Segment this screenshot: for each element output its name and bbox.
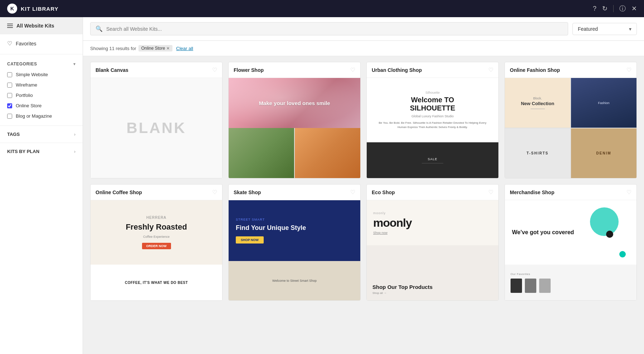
category-portfolio[interactable]: Portfolio	[0, 90, 83, 100]
category-blog-magazine[interactable]: Blog or Magazine	[0, 111, 83, 121]
search-input[interactable]	[106, 26, 563, 32]
kit-card-fashion-shop[interactable]: Online Fashion Shop ♡ Block. New Collect…	[504, 62, 637, 178]
app-header: K KIT LIBRARY ? ↻ ⓘ ✕	[0, 0, 644, 17]
toolbar: 🔍 Featured ▾	[83, 17, 644, 41]
merch-favorites-text: Our Favorites	[511, 272, 530, 276]
eco-bottom: Shop Our Top Products Shop all →	[367, 245, 498, 300]
coffee-subtitle-text: COFFEE, IT'S WHAT WE DO BEST	[125, 280, 188, 285]
heart-icon: ♡	[7, 40, 12, 47]
flower-preview: Make your loved ones smile	[229, 78, 360, 178]
blog-magazine-label: Blog or Magazine	[16, 113, 52, 119]
kit-card-urban-clothing[interactable]: Urban Clothing Shop ♡ Silhouette Welcome…	[366, 62, 499, 178]
tags-chevron: ›	[74, 132, 75, 137]
categories-header[interactable]: CATEGORIES ▾	[7, 62, 75, 67]
kits-by-plan-label: KITS BY PLAN	[7, 149, 39, 154]
kits-plan-chevron: ›	[74, 149, 75, 154]
app-logo: K	[7, 4, 17, 14]
fashion-cell-1: Block. New Collection	[505, 78, 570, 128]
hamburger-icon	[7, 24, 13, 28]
categories-chevron: ▾	[73, 62, 75, 67]
favorite-icon-flower[interactable]: ♡	[350, 67, 355, 73]
fashion-denim: DENIM	[596, 151, 611, 155]
merch-preview: We've got you covered Our Favorites	[505, 200, 636, 300]
wireframe-label: Wireframe	[16, 82, 37, 88]
all-kits-label: All Website Kits	[16, 23, 54, 29]
portfolio-checkbox[interactable]	[7, 93, 12, 98]
kit-title-skate: Skate Shop	[234, 190, 261, 195]
kits-by-plan-section[interactable]: KITS BY PLAN ›	[0, 144, 83, 158]
urban-welcome: Silhouette	[425, 91, 440, 94]
sidebar: All Website Kits ♡ Favorites CATEGORIES …	[0, 17, 83, 354]
sidebar-divider	[0, 54, 83, 54]
sort-dropdown[interactable]: Featured ▾	[572, 23, 637, 35]
skate-bottom: Welcome to Street Smart Shop	[229, 261, 360, 300]
kit-card-blank-canvas[interactable]: Blank Canvas ♡ BLANK	[90, 62, 223, 178]
urban-subtitle-text: Global Luxury Fashion Studio	[411, 114, 454, 118]
favorite-icon-blank[interactable]: ♡	[212, 67, 217, 73]
eco-preview: moonly moonly Shop now Shop Our Top Prod…	[367, 200, 498, 300]
search-box: 🔍	[90, 22, 568, 35]
favorite-icon-fashion[interactable]: ♡	[626, 67, 631, 73]
kit-card-header-coffee: Online Coffee Shop ♡	[91, 185, 222, 200]
favorite-icon-coffee[interactable]: ♡	[212, 189, 217, 196]
favorite-icon-skate[interactable]: ♡	[350, 189, 355, 196]
results-bar: Showing 11 results for Online Store ✕ Cl…	[83, 41, 644, 56]
close-icon[interactable]: ✕	[631, 5, 637, 13]
categories-section: CATEGORIES ▾	[0, 56, 83, 69]
sidebar-item-favorites[interactable]: ♡ Favorites	[0, 34, 83, 53]
flower-bottom	[229, 128, 360, 178]
favorite-icon-urban[interactable]: ♡	[488, 67, 493, 73]
categories-title: CATEGORIES	[7, 62, 37, 67]
clear-all-button[interactable]: Clear all	[176, 46, 193, 51]
kit-card-header-blank: Blank Canvas ♡	[91, 62, 222, 78]
kit-card-flower-shop[interactable]: Flower Shop ♡ Make your loved ones smile	[228, 62, 361, 178]
dropdown-arrow-icon: ▾	[629, 26, 631, 32]
skate-top: Street Smart Find Your Unique Style SHOP…	[229, 200, 360, 261]
help-icon[interactable]: ?	[593, 5, 596, 13]
simple-website-checkbox[interactable]	[7, 72, 12, 77]
sidebar-divider-2	[0, 126, 83, 126]
eco-top: moonly moonly Shop now	[367, 200, 498, 245]
kit-title-blank: Blank Canvas	[96, 67, 128, 73]
filter-tag[interactable]: Online Store ✕	[138, 45, 173, 51]
filter-tag-remove[interactable]: ✕	[166, 46, 170, 51]
favorite-icon-merch[interactable]: ♡	[626, 189, 631, 196]
skate-btn-text: SHOP NOW	[236, 236, 264, 244]
category-simple-website[interactable]: Simple Website	[0, 69, 83, 80]
coffee-title-text: Freshly Roasted	[126, 222, 187, 232]
header-divider	[613, 5, 614, 12]
urban-top: Silhouette Welcome TOSILHOUETTE Global L…	[367, 78, 498, 142]
portfolio-label: Portfolio	[16, 93, 33, 98]
info-icon[interactable]: ⓘ	[619, 4, 626, 13]
kit-card-merch-shop[interactable]: Merchandise Shop ♡ We've got you covered…	[504, 184, 637, 301]
flower-bottom-img1	[229, 128, 294, 178]
app-title: KIT LIBRARY	[21, 6, 58, 12]
kit-card-coffee-shop[interactable]: Online Coffee Shop ♡ HERRERA Freshly Roa…	[90, 184, 223, 301]
refresh-icon[interactable]: ↻	[602, 5, 608, 13]
kit-title-coffee: Online Coffee Shop	[96, 190, 142, 195]
kit-title-fashion: Online Fashion Shop	[510, 67, 560, 73]
fashion-cell-3: T-SHIRTS	[505, 128, 570, 178]
kit-card-eco-shop[interactable]: Eco Shop ♡ moonly moonly Shop now Shop O…	[366, 184, 499, 301]
kit-card-header-skate: Skate Shop ♡	[229, 185, 360, 200]
urban-title-text: Welcome TOSILHOUETTE	[410, 96, 455, 112]
kit-card-header-eco: Eco Shop ♡	[367, 185, 498, 200]
category-wireframe[interactable]: Wireframe	[0, 80, 83, 90]
flower-bottom-img2	[295, 128, 360, 178]
sidebar-divider-3	[0, 143, 83, 143]
online-store-checkbox[interactable]	[7, 103, 12, 108]
kit-title-eco: Eco Shop	[372, 190, 395, 195]
sidebar-item-all-kits[interactable]: All Website Kits	[0, 17, 83, 34]
favorite-icon-eco[interactable]: ♡	[488, 189, 493, 196]
tags-section[interactable]: TAGS ›	[0, 127, 83, 141]
wireframe-checkbox[interactable]	[7, 83, 12, 88]
merch-products	[511, 279, 551, 293]
kit-card-skate-shop[interactable]: Skate Shop ♡ Street Smart Find Your Uniq…	[228, 184, 361, 301]
blog-magazine-checkbox[interactable]	[7, 114, 12, 119]
fashion-tshirts: T-SHIRTS	[527, 151, 549, 155]
sort-label: Featured	[578, 26, 598, 32]
merch-top: We've got you covered	[505, 200, 636, 265]
category-online-store[interactable]: Online Store	[0, 100, 83, 111]
urban-sale-text: SALE	[428, 157, 437, 161]
coffee-preview: HERRERA Freshly Roasted Coffee Experienc…	[91, 200, 222, 300]
